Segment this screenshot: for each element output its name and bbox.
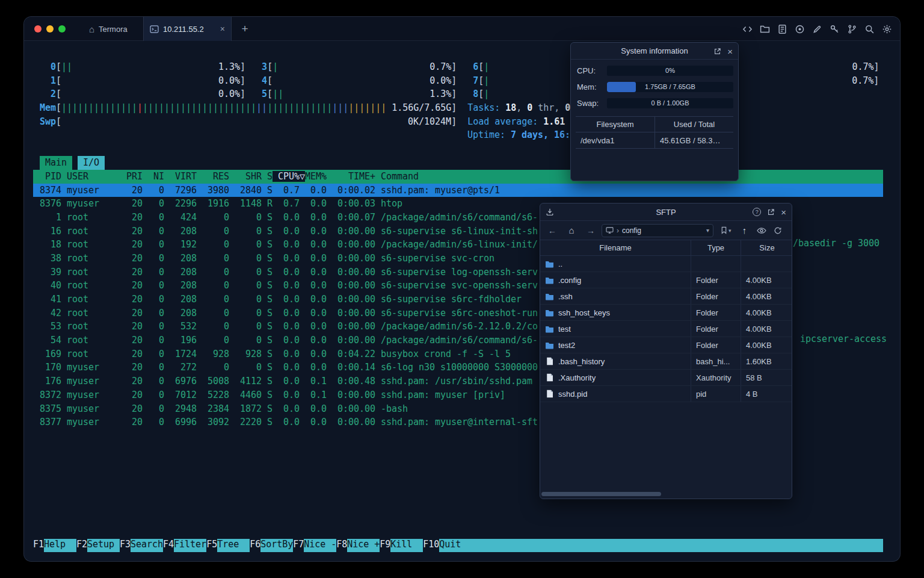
- system-info-panel-header[interactable]: System information ×: [571, 43, 738, 60]
- close-panel-icon[interactable]: ×: [727, 47, 733, 56]
- breadcrumb-chevron-icon: ›: [617, 226, 619, 235]
- up-directory-button[interactable]: ↑: [739, 225, 751, 235]
- sftp-file-row[interactable]: test2Folder4.00KB: [540, 337, 792, 353]
- sftp-table-header[interactable]: Filename Type Size: [540, 240, 792, 256]
- bookmark-icon[interactable]: [721, 226, 727, 234]
- used-total-col-header: Used / Total: [654, 117, 733, 132]
- horizontal-scrollbar[interactable]: [541, 492, 790, 496]
- sftp-file-row[interactable]: .XauthorityXauthority58 B: [540, 370, 792, 386]
- forward-button[interactable]: →: [585, 226, 597, 235]
- open-in-new-window-icon[interactable]: [713, 48, 721, 55]
- back-button[interactable]: ←: [546, 226, 558, 235]
- folder-icon: [545, 260, 554, 268]
- filesystem-table: Filesystem Used / Total /dev/vda1 45.61G…: [576, 116, 733, 149]
- file-name: ssh_host_keys: [558, 308, 610, 317]
- sftp-panel: SFTP ? × ← ⌂ → › config ▾: [540, 203, 792, 499]
- file-size: 58 B: [741, 370, 793, 385]
- htop-header-left: PID USER PRI NI VIRT RES SHR S: [34, 171, 273, 182]
- htop-tab-main[interactable]: Main: [40, 156, 72, 170]
- htop-meters: 0[|| 1.3%] 3[| 0.7%] 6[| ] 9[ 0.7%] 1[ 0…: [34, 60, 879, 142]
- file-type: Folder: [691, 305, 741, 320]
- htop-process-row[interactable]: 8374 myuser 20 0 7296 3980 2840 S 0.7 0.…: [33, 184, 883, 197]
- fkey-f6[interactable]: F6SortBy: [250, 539, 293, 553]
- type-col-header[interactable]: Type: [691, 240, 741, 255]
- file-size: 4.00KB: [741, 272, 793, 288]
- folder-icon: [545, 309, 554, 317]
- sftp-file-row[interactable]: .sshFolder4.00KB: [540, 288, 792, 305]
- system-info-title: System information: [621, 46, 688, 55]
- sysinfo-meter-label: Mem:: [577, 82, 602, 92]
- file-name: .bash_history: [558, 357, 605, 366]
- sysinfo-meter-value: 0%: [607, 66, 733, 76]
- fkey-f8[interactable]: F8Nice +: [336, 539, 380, 553]
- sftp-file-row[interactable]: ..: [540, 256, 792, 272]
- fkey-f3[interactable]: F3Search: [120, 539, 163, 553]
- file-type: Folder: [691, 288, 741, 304]
- filesystem-name: /dev/vda1: [576, 132, 654, 148]
- htop-tab-io[interactable]: I/O: [78, 156, 105, 170]
- htop-header-right: MEM% TIME+ Command: [305, 171, 419, 182]
- home-button[interactable]: ⌂: [565, 225, 578, 235]
- htop-table-header[interactable]: PID USER PRI NI VIRT RES SHR S CPU%▽MEM%…: [33, 170, 883, 184]
- file-type: Folder: [691, 337, 741, 353]
- sftp-file-row[interactable]: testFolder4.00KB: [540, 321, 792, 337]
- sftp-toolbar: ← ⌂ → › config ▾ ▾ ↑: [540, 221, 792, 240]
- sftp-rows: ...configFolder4.00KB.sshFolder4.00KBssh…: [540, 256, 792, 402]
- file-size: 4.00KB: [741, 321, 793, 337]
- sysinfo-meter-value: 0 B / 1.00GB: [607, 98, 733, 108]
- file-size: 4.00KB: [741, 288, 793, 304]
- fkey-f10[interactable]: F10Quit: [423, 539, 472, 553]
- show-hidden-icon[interactable]: [757, 227, 766, 234]
- filename-col-header[interactable]: Filename: [540, 240, 691, 255]
- file-name: sshd.pid: [558, 390, 587, 399]
- fkey-bar-filler: [472, 539, 883, 553]
- scrollbar-thumb[interactable]: [541, 492, 661, 496]
- file-name: ..: [558, 259, 562, 269]
- sftp-file-row[interactable]: sshd.pidpid4 B: [540, 386, 792, 402]
- sftp-panel-header[interactable]: SFTP ? ×: [540, 204, 792, 221]
- htop-sort-column[interactable]: CPU%▽: [273, 171, 305, 182]
- fkey-f7[interactable]: F7Nice -: [293, 539, 336, 553]
- sftp-title: SFTP: [656, 208, 676, 217]
- fkey-f5[interactable]: F5Tree: [206, 539, 250, 553]
- download-icon[interactable]: [546, 208, 554, 216]
- size-col-header[interactable]: Size: [741, 240, 793, 255]
- sftp-file-row[interactable]: .configFolder4.00KB: [540, 272, 792, 288]
- htop-fkey-bar: F1Help F2Setup F3SearchF4FilterF5Tree F6…: [33, 539, 883, 553]
- refresh-icon[interactable]: [774, 226, 782, 235]
- file-name: .ssh: [558, 292, 573, 301]
- file-icon: [545, 373, 554, 382]
- fkey-f9[interactable]: F9Kill: [380, 539, 423, 553]
- fkey-f2[interactable]: F2Setup: [76, 539, 120, 553]
- fkey-f4[interactable]: F4Filter: [163, 539, 206, 553]
- sysinfo-meter-row: Mem:1.75GB / 7.65GB: [577, 82, 733, 92]
- path-dropdown-icon[interactable]: ▾: [706, 227, 709, 234]
- file-type: pid: [691, 386, 741, 402]
- sftp-file-row[interactable]: ssh_host_keysFolder4.00KB: [540, 305, 792, 321]
- file-type: Xauthority: [691, 370, 741, 385]
- file-name: test2: [558, 341, 575, 350]
- computer-icon: [606, 227, 614, 234]
- path-breadcrumb[interactable]: › config ▾: [602, 224, 713, 237]
- clipped-command-fragment: /basedir -g 3000: [793, 238, 879, 249]
- file-icon: [545, 357, 554, 365]
- app-window: ⌂ Termora 10.211.55.2 × + 0[|| 1.3%] 3[|…: [24, 17, 900, 561]
- sftp-file-row[interactable]: .bash_historybash_hi...1.60KB: [540, 353, 792, 370]
- filesystem-row[interactable]: /dev/vda1 45.61GB / 58.3…: [576, 132, 733, 149]
- htop-meter-line: 2[ 0.0%] 5[|| 1.3%] 8[| ]: [34, 87, 879, 101]
- file-size: [741, 256, 793, 272]
- folder-icon: [545, 293, 554, 300]
- sysinfo-meter-bar: 1.75GB / 7.65GB: [607, 82, 733, 92]
- sysinfo-meter-row: CPU:0%: [577, 66, 733, 76]
- file-type: bash_hi...: [691, 353, 741, 369]
- close-panel-icon[interactable]: ×: [781, 208, 786, 217]
- file-icon: [545, 390, 554, 398]
- help-icon[interactable]: ?: [753, 208, 761, 216]
- breadcrumb-segment[interactable]: config: [622, 226, 641, 235]
- fkey-f1[interactable]: F1Help: [33, 539, 76, 553]
- bookmark-dropdown-icon[interactable]: ▾: [728, 228, 732, 234]
- htop-meter-line: Mem[||||||||||||||||||||||||||||||||||||…: [34, 101, 879, 115]
- open-in-new-window-icon[interactable]: [767, 208, 775, 216]
- file-size: 4.00KB: [741, 305, 793, 320]
- htop-meter-line: 1[ 0.0%] 4[ 0.0%] 7[| ] 10[ 0.7%]: [34, 74, 879, 88]
